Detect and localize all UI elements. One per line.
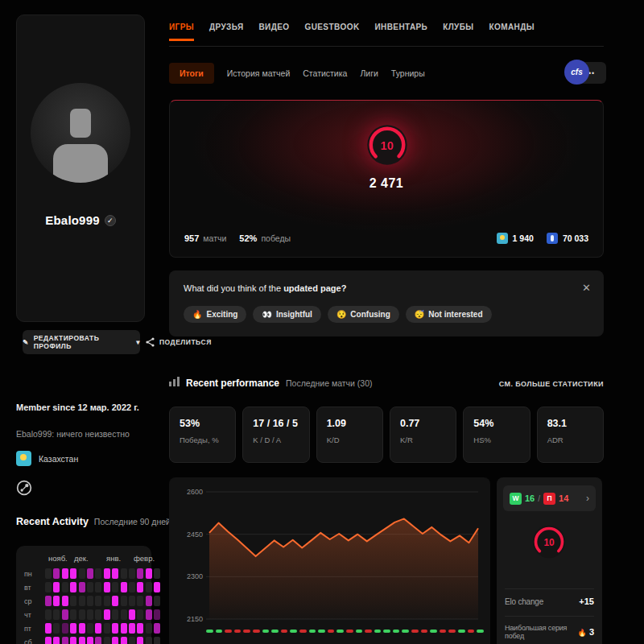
heatmap-cell[interactable] [70,568,76,579]
heatmap-cell[interactable] [45,623,52,634]
match-result-18[interactable] [365,630,372,633]
match-result-2[interactable] [216,630,223,633]
heatmap-cell[interactable] [104,637,110,644]
heatmap-cell[interactable] [95,596,101,606]
heatmap-cell[interactable] [62,609,68,620]
heatmap-cell[interactable] [79,596,85,606]
heatmap-cell[interactable] [45,582,52,592]
heatmap-cell[interactable] [53,582,60,592]
heatmap-cell[interactable] [137,623,143,634]
match-result-6[interactable] [253,630,260,633]
heatmap-cell[interactable] [87,637,93,644]
match-result-12[interactable] [309,630,316,633]
heatmap-cell[interactable] [79,568,85,579]
heatmap-cell[interactable] [62,582,68,592]
match-result-19[interactable] [374,630,382,633]
heatmap-cell[interactable] [146,568,152,579]
heatmap-cell[interactable] [129,596,135,606]
heatmap-cell[interactable] [146,609,152,620]
heatmap-cell[interactable] [104,596,110,606]
win-loss-pill[interactable]: W 16 / П 14 › [503,485,596,511]
feedback-option-not-interested[interactable]: 😴Not interested [406,306,492,323]
heatmap-cell[interactable] [62,637,68,644]
match-result-14[interactable] [328,630,335,633]
match-result-1[interactable] [206,630,213,633]
heatmap-cell[interactable] [104,609,110,620]
match-result-27[interactable] [448,630,456,633]
heatmap-cell[interactable] [95,568,101,579]
heatmap-cell[interactable] [121,582,127,592]
heatmap-cell[interactable] [137,568,143,579]
heatmap-cell[interactable] [112,623,118,634]
heatmap-cell[interactable] [87,609,93,620]
close-icon[interactable]: ✕ [582,282,591,294]
heatmap-cell[interactable] [79,637,85,644]
heatmap-cell[interactable] [154,596,160,606]
heatmap-cell[interactable] [112,596,118,606]
tab-teams[interactable]: КОМАНДЫ [489,23,535,41]
heatmap-cell[interactable] [53,623,60,634]
tab-inventory[interactable]: ИНВЕНТАРЬ [375,23,428,41]
heatmap-cell[interactable] [95,623,101,634]
heatmap-cell[interactable] [129,568,135,579]
heatmap-cell[interactable] [112,609,118,620]
match-result-7[interactable] [262,630,270,633]
match-result-15[interactable] [336,630,344,633]
see-more-stats-link[interactable]: СМ. БОЛЬШЕ СТАТИСТИКИ [499,380,604,388]
heatmap-cell[interactable] [62,568,68,579]
heatmap-cell[interactable] [137,637,143,644]
heatmap-cell[interactable] [53,568,60,579]
feedback-option-exciting[interactable]: 🔥Exciting [184,306,246,323]
match-result-8[interactable] [271,630,279,633]
steam-icon[interactable] [16,480,32,496]
heatmap-cell[interactable] [154,609,160,620]
heatmap-cell[interactable] [129,623,135,634]
tab-friends[interactable]: ДРУЗЬЯ [209,23,244,41]
heatmap-cell[interactable] [137,596,143,606]
heatmap-cell[interactable] [121,596,127,606]
heatmap-cell[interactable] [129,582,135,592]
subtab-leagues[interactable]: Лиги [360,68,378,78]
heatmap-cell[interactable] [95,582,101,592]
heatmap-cell[interactable] [53,609,60,620]
match-result-22[interactable] [402,630,409,633]
heatmap-cell[interactable] [70,609,76,620]
subtab-summary[interactable]: Итоги [169,63,214,84]
heatmap-cell[interactable] [154,637,160,644]
heatmap-cell[interactable] [121,568,127,579]
heatmap-cell[interactable] [62,596,68,606]
match-result-28[interactable] [458,630,465,633]
match-result-5[interactable] [243,630,250,633]
heatmap-cell[interactable] [112,582,118,592]
heatmap-cell[interactable] [87,568,93,579]
subtab-match-history[interactable]: История матчей [227,68,290,78]
heatmap-cell[interactable] [112,637,118,644]
match-result-16[interactable] [346,630,353,633]
match-result-23[interactable] [411,630,419,633]
match-result-20[interactable] [383,630,390,633]
heatmap-cell[interactable] [87,623,93,634]
heatmap-cell[interactable] [104,623,110,634]
match-result-11[interactable] [299,630,307,633]
heatmap-cell[interactable] [112,568,118,579]
subtab-stats[interactable]: Статистика [303,68,347,78]
heatmap-cell[interactable] [45,609,52,620]
heatmap-cell[interactable] [79,582,85,592]
match-result-13[interactable] [318,630,325,633]
heatmap-cell[interactable] [137,582,143,592]
heatmap-cell[interactable] [87,582,93,592]
feedback-option-insightful[interactable]: 👀Insightful [253,306,320,323]
match-result-10[interactable] [290,630,297,633]
heatmap-cell[interactable] [137,609,143,620]
match-result-30[interactable] [477,630,484,633]
heatmap-cell[interactable] [70,596,76,606]
tab-guestbook[interactable]: GUESTBOOK [304,23,359,41]
heatmap-cell[interactable] [45,596,52,606]
match-result-4[interactable] [234,630,242,633]
heatmap-cell[interactable] [121,637,127,644]
heatmap-cell[interactable] [79,623,85,634]
heatmap-cell[interactable] [95,637,101,644]
heatmap-cell[interactable] [154,623,160,634]
match-result-17[interactable] [356,630,363,633]
match-result-24[interactable] [421,630,428,633]
